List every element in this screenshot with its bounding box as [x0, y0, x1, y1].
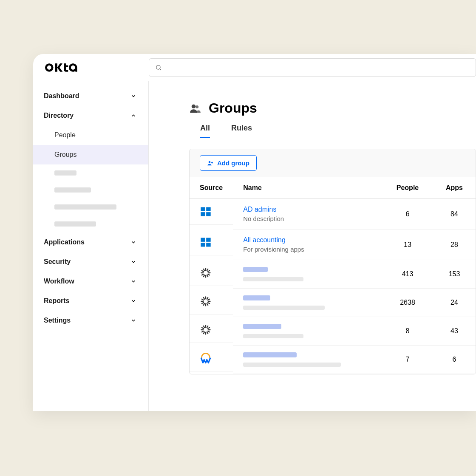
cell-apps: 43	[433, 317, 476, 346]
sidebar-item-settings[interactable]: Settings	[33, 311, 148, 330]
sidebar-item-applications[interactable]: Applications	[33, 232, 148, 252]
page-header: Groups	[189, 100, 476, 116]
page-title: Groups	[209, 100, 257, 116]
svg-rect-11	[201, 243, 205, 246]
svg-rect-10	[206, 238, 211, 241]
group-name-link[interactable]: AD admins	[243, 206, 372, 213]
sidebar-item-label: Applications	[44, 238, 85, 246]
svg-line-48	[204, 326, 204, 327]
main-content: Groups All Rules Add group	[149, 81, 476, 411]
svg-point-0	[156, 65, 160, 69]
svg-line-14	[207, 269, 208, 270]
sidebar-placeholder	[33, 164, 148, 181]
svg-line-41	[208, 331, 210, 332]
loading-icon	[200, 267, 212, 279]
svg-rect-8	[206, 212, 211, 216]
sidebar-item-label: Dashboard	[44, 92, 79, 100]
chevron-down-icon	[130, 278, 136, 284]
cell-source	[190, 230, 233, 255]
search-box[interactable]	[149, 58, 476, 77]
sidebar: Dashboard Directory People Groups Applic…	[33, 81, 149, 411]
table-row[interactable]: 263824	[190, 289, 476, 317]
search-wrap	[149, 58, 476, 77]
search-input[interactable]	[166, 64, 470, 71]
table-row[interactable]: 843	[190, 317, 476, 346]
groups-icon	[189, 102, 201, 114]
group-description: No description	[243, 215, 372, 222]
svg-line-44	[204, 332, 204, 334]
svg-line-1	[160, 68, 161, 70]
sidebar-item-label: Directory	[44, 112, 74, 119]
search-icon	[155, 64, 162, 71]
chevron-down-icon	[130, 239, 136, 245]
svg-point-2	[192, 104, 196, 108]
svg-line-29	[208, 302, 210, 303]
table-row[interactable]: 413153	[190, 260, 476, 289]
cell-apps: 6	[433, 346, 476, 374]
svg-point-3	[196, 105, 198, 108]
cell-source	[190, 289, 233, 314]
tabs: All Rules	[189, 124, 476, 138]
cell-name	[233, 317, 382, 346]
table-row[interactable]: All accountingFor provisioning apps1328	[190, 230, 476, 260]
svg-line-45	[202, 331, 204, 332]
table-toolbar: Add group	[190, 149, 476, 177]
table-row[interactable]: 76	[190, 346, 476, 374]
svg-line-24	[204, 269, 204, 270]
svg-line-33	[202, 302, 204, 303]
svg-rect-6	[206, 207, 211, 211]
cell-apps: 28	[433, 230, 476, 260]
sidebar-item-label: Workflow	[44, 278, 74, 285]
svg-line-47	[202, 327, 204, 328]
cell-source	[190, 346, 233, 371]
groups-table: Source Name People Apps AD adminsNo desc…	[190, 177, 476, 374]
svg-rect-12	[206, 243, 211, 246]
sidebar-item-security[interactable]: Security	[33, 252, 148, 272]
chevron-down-icon	[130, 298, 136, 304]
svg-line-23	[202, 270, 204, 271]
svg-rect-7	[201, 212, 205, 216]
cell-people: 7	[382, 346, 433, 374]
table-row[interactable]: AD adminsNo description684	[190, 199, 476, 230]
svg-line-20	[204, 275, 204, 277]
cell-name: AD adminsNo description	[233, 199, 382, 230]
loading-icon	[200, 295, 212, 307]
svg-line-32	[204, 303, 204, 305]
loading-icon	[200, 324, 212, 336]
cell-apps: 84	[433, 199, 476, 230]
sidebar-item-reports[interactable]: Reports	[33, 291, 148, 311]
svg-line-15	[208, 270, 210, 271]
svg-line-26	[207, 297, 208, 299]
sidebar-placeholder	[33, 181, 148, 198]
group-name-link[interactable]: All accounting	[243, 236, 372, 244]
sidebar-item-dashboard[interactable]: Dashboard	[33, 86, 148, 106]
sidebar-item-directory[interactable]: Directory	[33, 106, 148, 125]
th-apps: Apps	[433, 177, 476, 199]
svg-line-18	[207, 275, 208, 277]
add-group-button[interactable]: Add group	[200, 155, 257, 171]
svg-rect-9	[201, 238, 205, 241]
desc-placeholder	[243, 334, 303, 338]
sidebar-item-people[interactable]: People	[33, 125, 148, 145]
sidebar-item-workflow[interactable]: Workflow	[33, 272, 148, 291]
topbar	[33, 54, 476, 81]
cell-name	[233, 260, 382, 289]
sidebar-item-label: Reports	[44, 297, 69, 305]
sidebar-item-label: Settings	[44, 317, 71, 324]
chevron-down-icon	[130, 317, 136, 323]
cell-name	[233, 289, 382, 317]
app-window: Dashboard Directory People Groups Applic…	[33, 54, 476, 411]
tab-all[interactable]: All	[200, 124, 210, 138]
cell-source	[190, 260, 233, 286]
sidebar-item-groups[interactable]: Groups	[33, 145, 148, 164]
cell-people: 413	[382, 260, 433, 289]
cell-people: 8	[382, 317, 433, 346]
chevron-up-icon	[130, 113, 136, 119]
group-description: For provisioning apps	[243, 246, 372, 253]
chevron-down-icon	[130, 93, 136, 99]
svg-line-30	[207, 303, 208, 305]
windows-icon	[200, 236, 212, 248]
tab-rules[interactable]: Rules	[231, 124, 252, 138]
svg-line-27	[208, 299, 210, 300]
svg-line-17	[208, 274, 210, 275]
